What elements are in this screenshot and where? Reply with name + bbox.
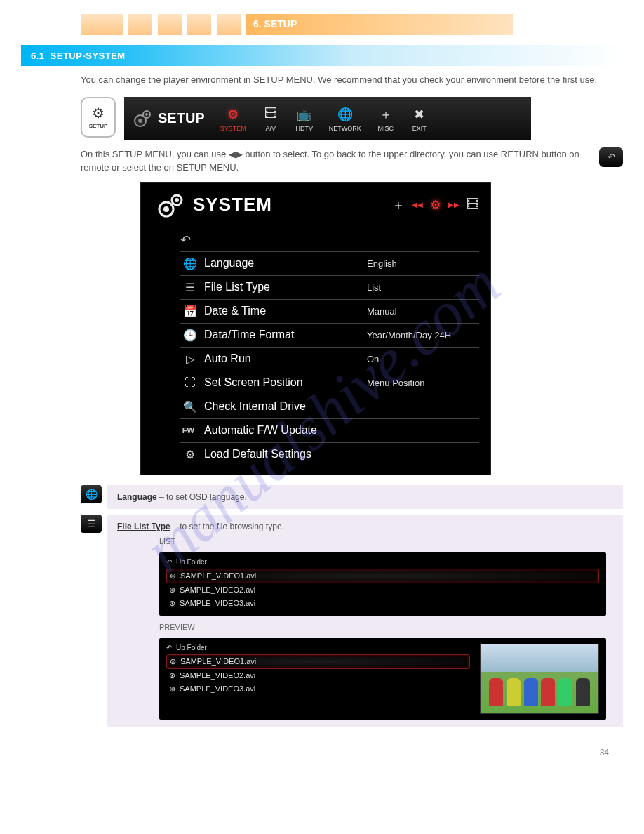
nav-label: SYSTEM <box>220 125 246 132</box>
return-icon-chip: ↶ <box>599 147 623 167</box>
nav-label: EXIT <box>412 125 427 132</box>
svg-point-1 <box>138 119 142 123</box>
next-arrow-icon[interactable]: ▶▶ <box>448 201 459 208</box>
film-reel-icon: ⊛ <box>170 571 176 581</box>
up-folder-row[interactable]: ↶ Up Folder <box>166 644 470 651</box>
globe-icon: 🌐 <box>180 257 200 270</box>
nav-label: MISC <box>377 125 394 132</box>
preview-mode-label: PREVIEW <box>159 623 195 631</box>
setting-row-language[interactable]: 🌐 Language English <box>180 251 479 275</box>
top-chip <box>81 14 123 35</box>
setup-nav-strip: SETUP ⚙ SYSTEM 🎞 A/V 📺 HDTV 🌐 NETWORK ＋ … <box>124 97 531 140</box>
globe-icon: 🌐 <box>336 105 354 124</box>
play-circle-icon: ▷ <box>180 352 200 366</box>
film-reel-icon: ⊛ <box>169 671 175 680</box>
expand-corners-icon: ⛶ <box>180 376 200 389</box>
setting-row-load-defaults[interactable]: ⚙ Load Default Settings <box>180 442 479 466</box>
tv-icon: 📺 <box>295 105 314 124</box>
nav-item-exit[interactable]: ✖ EXIT <box>410 105 429 132</box>
list-mode-label: LIST <box>159 537 175 545</box>
up-folder-label: Up Folder <box>176 558 207 566</box>
plus-icon: ＋ <box>377 105 395 124</box>
desc-filelist-text: – to set the file browsing type. <box>170 522 284 531</box>
film-reel-icon: ⊛ <box>169 684 175 694</box>
back-row[interactable]: ↶ <box>180 230 479 251</box>
return-arrow-icon: ↶ <box>166 558 172 566</box>
setting-row-datetime-format[interactable]: 🕒 Data/Time Format Year/Month/Day 24H <box>180 323 479 347</box>
nav-item-system[interactable]: ⚙ SYSTEM <box>220 105 246 132</box>
system-settings-panel: SYSTEM ＋ ◀◀ ⚙ ▶▶ 🎞 ↶ 🌐 Language English … <box>140 182 491 475</box>
gears-icon: ⚙ <box>224 105 242 124</box>
file-row[interactable]: ⊛ SAMPLE_VIDEO2.avi <box>166 583 599 597</box>
firmware-update-icon: FW↑ <box>180 426 200 435</box>
gears-icon: ⚙ <box>430 197 441 213</box>
chapter-title-bar: 6. SETUP <box>246 14 513 35</box>
setting-value <box>367 442 479 466</box>
setting-label: Load Default Settings <box>204 448 367 461</box>
file-list-preview-mode: ↶ Up Folder ⊛ SAMPLE_VIDEO1.avi ⊛ SAMPLE… <box>159 638 606 720</box>
file-row[interactable]: ⊛ SAMPLE_VIDEO1.avi <box>166 654 470 669</box>
video-preview-thumbnail <box>480 644 599 714</box>
return-arrow-icon: ↶ <box>608 150 615 164</box>
setting-label: Auto Run <box>204 352 367 365</box>
up-folder-row[interactable]: ↶ Up Folder <box>166 558 599 566</box>
setting-value <box>367 395 479 418</box>
nav-item-av[interactable]: 🎞 A/V <box>262 105 280 132</box>
film-sound-icon[interactable]: 🎞 <box>467 197 479 212</box>
svg-point-3 <box>145 113 148 116</box>
setting-row-check-drive[interactable]: 🔍 Check Internal Drive <box>180 395 479 418</box>
file-list-list-mode: ↶ Up Folder ⊛ SAMPLE_VIDEO1.avi ⊛ SAMPLE… <box>159 552 606 616</box>
setting-value: Year/Month/Day 24H <box>367 323 479 347</box>
file-row[interactable]: ⊛ SAMPLE_VIDEO3.avi <box>166 682 470 696</box>
list-icon: ☰ <box>180 281 200 294</box>
file-name: SAMPLE_VIDEO2.avi <box>180 671 255 680</box>
return-arrow-icon: ↶ <box>180 232 191 248</box>
desc-language-title: Language <box>117 492 157 502</box>
nav-item-network[interactable]: 🌐 NETWORK <box>329 105 361 132</box>
nav-instruction-tail: on SETUP MENU. <box>164 162 239 173</box>
file-name: SAMPLE_VIDEO3.avi <box>180 684 255 693</box>
nav-item-hdtv[interactable]: 📺 HDTV <box>295 105 314 132</box>
nav-label: NETWORK <box>329 125 361 132</box>
svg-point-5 <box>163 206 169 212</box>
setting-label: Language <box>204 257 367 270</box>
file-name: SAMPLE_VIDEO3.avi <box>180 599 255 607</box>
clock-icon: 🕒 <box>180 329 200 342</box>
setting-row-auto-run[interactable]: ▷ Auto Run On <box>180 347 479 371</box>
setting-label: Automatic F/W Update <box>204 424 367 437</box>
file-row[interactable]: ⊛ SAMPLE_VIDEO1.avi <box>166 569 599 583</box>
chapter-title: 6. SETUP <box>253 18 297 29</box>
panel-title: SYSTEM <box>193 194 272 216</box>
setting-row-date-time[interactable]: 📅 Date & Time Manual <box>180 299 479 323</box>
top-chip <box>187 14 211 35</box>
top-chip <box>128 14 152 35</box>
gear-icon: ⚙ <box>180 448 200 461</box>
setting-label: Data/Time Format <box>204 329 367 341</box>
gears-icon <box>155 192 186 218</box>
setting-label: Check Internal Drive <box>204 400 367 413</box>
nav-label: A/V <box>265 125 276 132</box>
setting-row-screen-position[interactable]: ⛶ Set Screen Position Menu Position <box>180 371 479 395</box>
desc-language-text: – to set OSD language. <box>157 492 247 502</box>
setting-value <box>367 418 479 442</box>
file-row[interactable]: ⊛ SAMPLE_VIDEO2.avi <box>166 669 470 682</box>
nav-item-misc[interactable]: ＋ MISC <box>377 105 395 132</box>
film-reel-icon: ⊛ <box>169 599 175 608</box>
nav-instruction-text: On this SETUP MENU, you can use ◀▶ butto… <box>81 149 579 173</box>
setup-nav-brand-label: SETUP <box>158 110 205 126</box>
intro-paragraph: You can change the player environment in… <box>81 73 623 87</box>
prev-arrow-icon[interactable]: ◀◀ <box>412 201 423 208</box>
setting-row-file-list-type[interactable]: ☰ File List Type List <box>180 275 479 299</box>
list-icon: ☰ <box>81 515 102 533</box>
file-row[interactable]: ⊛ SAMPLE_VIDEO3.avi <box>166 597 599 610</box>
plus-icon[interactable]: ＋ <box>392 197 405 213</box>
setting-value: List <box>367 275 479 299</box>
setting-row-fw-update[interactable]: FW↑ Automatic F/W Update <box>180 418 479 442</box>
calendar-icon: 📅 <box>180 305 200 318</box>
section-number: 6.1 <box>31 51 45 61</box>
film-reel-icon: ⊛ <box>169 585 175 595</box>
film-sound-icon: 🎞 <box>262 105 280 124</box>
search-icon: 🔍 <box>180 400 200 413</box>
gear-icon: ⚙ <box>92 105 105 121</box>
section-title: SETUP-SYSTEM <box>51 51 126 61</box>
